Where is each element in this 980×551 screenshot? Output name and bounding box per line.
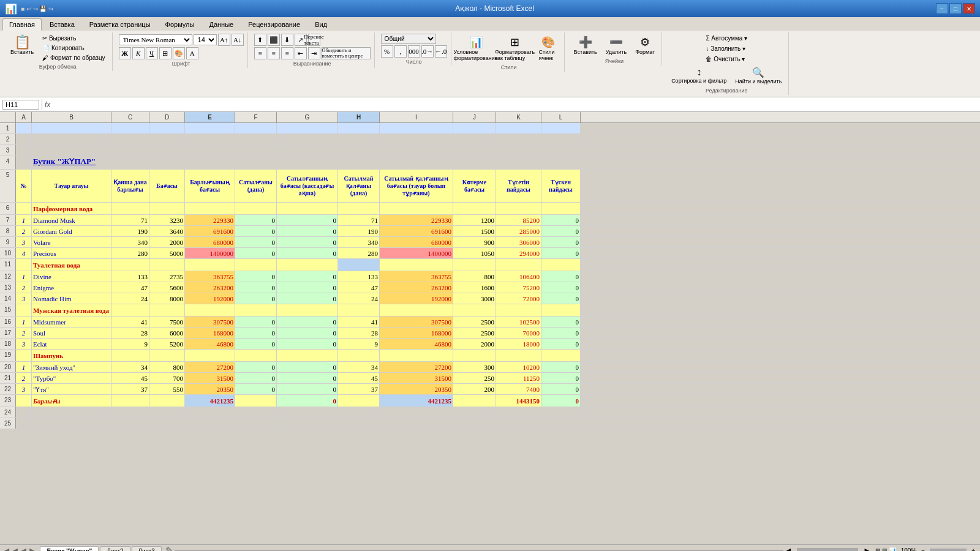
product-divine[interactable]: Divine <box>32 271 111 282</box>
decimal-dec-button[interactable]: ←.0 <box>435 45 447 58</box>
product-nomadic-him[interactable]: Nomadic Him <box>32 293 111 304</box>
category-shampoo: 19 Шампунь <box>0 350 980 362</box>
product-precious[interactable]: Precious <box>32 248 111 258</box>
maximize-button[interactable]: □ <box>949 3 962 14</box>
product-midsummer[interactable]: Midsummer <box>32 317 111 327</box>
align-top-button[interactable]: ⬆ <box>254 34 266 46</box>
align-left-button[interactable]: ≡ <box>254 47 266 59</box>
cells-group: ➕ Вставить ➖ Удалить ⚙ Формат Ячейки <box>567 32 663 66</box>
product-volare[interactable]: Volare <box>32 237 111 247</box>
sort-filter-button[interactable]: ↕ Сортировка и фильтр <box>668 65 729 86</box>
fill-color-button[interactable]: 🎨 <box>173 47 185 59</box>
increase-indent-button[interactable]: ⇥ <box>308 47 320 59</box>
product-eclat[interactable]: Eclat <box>32 339 111 349</box>
table-row: 10 4 Precious 280 5000 1400000 0 0 280 1… <box>0 248 980 259</box>
product-turbo[interactable]: "Турбо" <box>32 373 111 383</box>
border-button[interactable]: ⊞ <box>159 47 172 59</box>
sheet-tab-1[interactable]: Лист2 <box>100 546 130 552</box>
alignment-label: Выравнивание <box>293 61 331 67</box>
header-wholesale: Көтерме бағасы <box>453 170 496 202</box>
category-toilet: 11 Туалетная вода <box>0 259 980 271</box>
header-net: Түскен пайдасы <box>541 170 581 202</box>
totals-sold-price[interactable]: 0 <box>277 395 338 407</box>
product-soul[interactable]: Soul <box>32 328 111 338</box>
increase-font-button[interactable]: A↑ <box>218 34 230 46</box>
autosum-button[interactable]: Σ Автосумма ▾ <box>703 34 750 43</box>
product-utya[interactable]: "Үтя" <box>32 384 111 394</box>
table-row: 2 <box>0 134 980 145</box>
table-row: 7 1 Diamond Musk 71 3230 229330 0 0 71 2… <box>0 215 980 226</box>
totals-total[interactable]: 4421235 <box>185 395 235 407</box>
decrease-indent-button[interactable]: ⇤ <box>295 47 307 59</box>
cell-reference-box[interactable] <box>2 100 39 110</box>
align-middle-button[interactable]: ⬛ <box>268 34 280 46</box>
product-enigme[interactable]: Enigme <box>32 282 111 293</box>
product-giordani-gold[interactable]: Giordani Gold <box>32 226 111 236</box>
spreadsheet: 1 2 <box>0 123 980 544</box>
product-diamond-musk[interactable]: Diamond Musk <box>32 215 111 225</box>
percent-button[interactable]: % <box>381 45 393 58</box>
conditional-format-button[interactable]: 📊 Условное форматирование <box>458 34 494 63</box>
minimize-button[interactable]: − <box>936 3 948 14</box>
tab-insert[interactable]: Вставка <box>43 18 81 31</box>
format-painter-button[interactable]: 🖌 Формат по образцу <box>39 53 108 62</box>
col-header-i: I <box>380 112 453 122</box>
wrap-text-button[interactable]: Перенос текста <box>308 34 320 46</box>
tab-data[interactable]: Данные <box>202 18 240 31</box>
table-row: 3 <box>0 145 980 156</box>
totals-unsold-price[interactable]: 4421235 <box>380 395 453 407</box>
align-center-button[interactable]: ≡ <box>268 47 280 59</box>
find-select-button[interactable]: 🔍 Найти и выделить <box>732 65 785 86</box>
cut-button[interactable]: ✂ Вырезать <box>39 34 108 43</box>
tab-view[interactable]: Вид <box>308 18 334 31</box>
font-size-select[interactable]: 14 <box>194 34 217 45</box>
format-as-table-button[interactable]: ⊞ Форматировать как таблицу <box>497 34 533 63</box>
clear-button[interactable]: 🗑 Очистить ▾ <box>703 54 750 64</box>
sheet-tab-2[interactable]: Лист3 <box>132 546 162 552</box>
col-header-k: K <box>496 112 541 122</box>
window-title: Ақжол - Microsoft Excel <box>53 4 936 13</box>
tab-formulas[interactable]: Формулы <box>159 18 202 31</box>
delete-cells-button[interactable]: ➖ Удалить <box>603 34 630 57</box>
font-name-select[interactable]: Times New Roman <box>119 34 192 45</box>
close-button[interactable]: ✕ <box>963 3 975 14</box>
fill-button[interactable]: ↓ Заполнить ▾ <box>703 44 750 53</box>
tab-home[interactable]: Главная <box>2 18 42 31</box>
font-group: Times New Roman 14 A↑ A↓ Ж К Ч ⊞ 🎨 A <box>115 32 248 68</box>
alignment-group: ⬆ ⬛ ⬇ ↗ Перенос текста ≡ ≡ ≡ ⇤ ⇥ Объедин… <box>251 32 375 68</box>
sheet-title[interactable]: Бутик "ЖҮПАР" <box>32 156 399 169</box>
number-label: Число <box>406 59 422 65</box>
decrease-font-button[interactable]: A↓ <box>232 34 244 46</box>
bold-button[interactable]: Ж <box>119 47 131 59</box>
number-group: Общий % , 000 .0→ ←.0 Число <box>377 32 451 66</box>
align-right-button[interactable]: ≡ <box>281 47 293 59</box>
font-color-button[interactable]: A <box>186 47 198 59</box>
copy-button[interactable]: 📄 Копировать <box>39 43 108 53</box>
sheet-tab-0[interactable]: Бутик "Жүпар" <box>40 546 99 552</box>
underline-button[interactable]: Ч <box>146 47 158 59</box>
category-mens: 15 Мужская туалетная вода <box>0 304 980 317</box>
cell-styles-button[interactable]: 🎨 Стили ячеек <box>536 34 560 63</box>
decimal-inc-button[interactable]: .0→ <box>421 45 434 58</box>
totals-net[interactable]: 0 <box>541 395 581 407</box>
font-group-label: Шрифт <box>172 61 190 67</box>
format-cells-button[interactable]: ⚙ Формат <box>632 34 658 57</box>
tab-review[interactable]: Рецензирование <box>241 18 307 31</box>
totals-gross[interactable]: 1443150 <box>496 395 541 407</box>
italic-button[interactable]: К <box>132 47 145 59</box>
insert-cells-button[interactable]: ➕ Вставить <box>571 34 600 57</box>
table-row: 16 1 Midsummer 41 7500 307500 0 0 41 307… <box>0 317 980 328</box>
tab-page-layout[interactable]: Разметка страницы <box>83 18 157 31</box>
comma-button[interactable]: , <box>394 45 407 58</box>
product-zimny[interactable]: "Зимний уход" <box>32 362 111 372</box>
col-header-d: D <box>149 112 185 122</box>
styles-group: 📊 Условное форматирование ⊞ Форматироват… <box>454 32 565 72</box>
formula-input[interactable] <box>53 100 978 109</box>
paste-button[interactable]: 📋 Вставить <box>7 34 37 57</box>
align-bottom-button[interactable]: ⬇ <box>281 34 293 46</box>
number-format-select[interactable]: Общий <box>381 34 436 44</box>
merge-center-button[interactable]: Объединить и поместить в центре <box>322 47 371 59</box>
header-name: Тауар атауы <box>32 170 111 202</box>
thousand-button[interactable]: 000 <box>408 45 420 58</box>
table-row: 20 1 "Зимний уход" 34 800 27200 0 0 34 2… <box>0 362 980 373</box>
